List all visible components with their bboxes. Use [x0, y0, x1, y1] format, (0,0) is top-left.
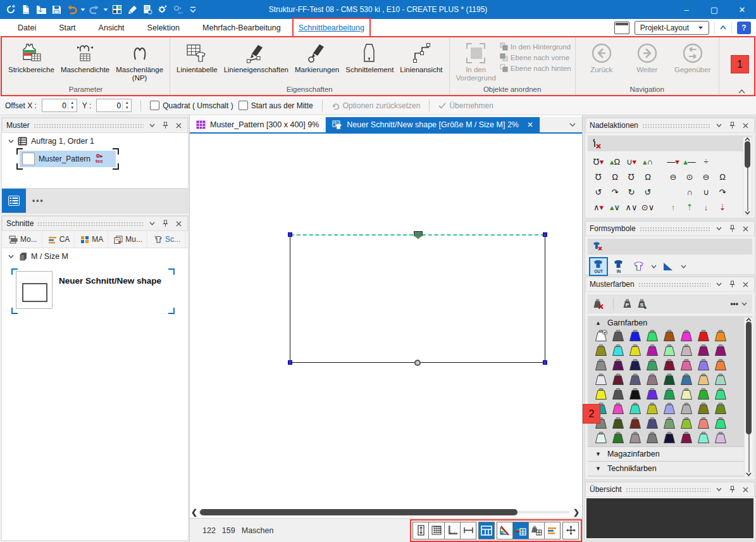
- pin-icon[interactable]: [728, 224, 737, 234]
- yarn-color-swatch[interactable]: [611, 403, 625, 415]
- pin-icon[interactable]: [728, 121, 737, 130]
- offset-y-input[interactable]: [97, 101, 122, 111]
- overview-viewport[interactable]: [586, 498, 753, 538]
- yarn-color-swatch[interactable]: [611, 344, 625, 356]
- needle-action-1-3[interactable]: ∪▾: [623, 154, 640, 169]
- menu-item-selektion[interactable]: Selektion: [136, 19, 191, 36]
- yarn-color-swatch[interactable]: [611, 330, 625, 342]
- panel-grip[interactable]: [34, 123, 144, 128]
- document-tab-1[interactable]: Muster_Pattern [300 x 400] 9%: [190, 117, 326, 132]
- ribbon-button-gegenüber[interactable]: Gegenüber: [671, 40, 715, 75]
- yarn-color-swatch[interactable]: [628, 374, 642, 386]
- yarn-color-swatch[interactable]: [628, 359, 642, 371]
- scroll-down-icon[interactable]: [745, 211, 750, 215]
- help-button[interactable]: ?: [737, 22, 751, 34]
- needle-action-4-7[interactable]: ↓: [698, 199, 714, 215]
- layout-dropdown[interactable]: Projekt-Layout: [635, 21, 709, 35]
- ribbon-button-linienansicht[interactable]: Linienansicht: [397, 40, 445, 75]
- yarn-color-swatch[interactable]: [628, 417, 642, 429]
- yarn-color-swatch[interactable]: [714, 403, 728, 415]
- yarn-color-swatch[interactable]: [611, 388, 625, 400]
- sintral-icon[interactable]: sin: [171, 3, 185, 16]
- yarn-color-swatch[interactable]: [662, 374, 676, 386]
- scrollbar-thumb[interactable]: [745, 141, 750, 168]
- needle-action-3-6[interactable]: ∩: [681, 184, 698, 199]
- yarn-color-swatch[interactable]: [594, 388, 608, 400]
- scrollbar-thumb[interactable]: [746, 322, 752, 434]
- t-dither-button[interactable]: [428, 522, 445, 539]
- needle-action-2-8[interactable]: Ω: [714, 169, 731, 184]
- needle-action-4-2[interactable]: ▴∨: [607, 199, 623, 215]
- yarn-color-swatch[interactable]: [679, 417, 693, 429]
- ribbon-button-in-den-vordergrund[interactable]: In den Vordergrund: [454, 40, 499, 84]
- yarn-color-swatch[interactable]: [645, 388, 659, 400]
- layout-window-icon[interactable]: [614, 22, 629, 34]
- delete-color-button[interactable]: [593, 299, 604, 310]
- t-cone-table-button[interactable]: [528, 522, 545, 539]
- schnitte-tab-ca[interactable]: CA: [44, 231, 75, 248]
- yarn-color-swatch[interactable]: [679, 432, 693, 444]
- pin-icon[interactable]: [728, 280, 737, 289]
- quadrat-checkbox[interactable]: [150, 101, 159, 110]
- yarn-color-swatch[interactable]: [594, 330, 608, 342]
- ribbon-expand-button[interactable]: [714, 22, 732, 34]
- ribbon-collapse-button[interactable]: [738, 89, 745, 94]
- offset-x-spin-arrows[interactable]: ▲▼: [68, 101, 77, 110]
- yarn-color-swatch[interactable]: [714, 417, 728, 429]
- cone-s-add-button[interactable]: S: [637, 299, 648, 310]
- needle-action-1-5[interactable]: —▾: [665, 154, 681, 169]
- yarn-color-swatch[interactable]: [662, 330, 676, 342]
- yarn-color-swatch[interactable]: [714, 344, 728, 356]
- shape-in-button[interactable]: IN: [610, 258, 627, 275]
- yarn-color-swatch[interactable]: [697, 344, 710, 356]
- shape-rectangle[interactable]: [290, 235, 545, 363]
- chevron-down-icon[interactable]: [714, 224, 724, 234]
- menu-item-schnittbearbeitung[interactable]: Schnittbearbeitung: [292, 18, 371, 37]
- yarn-color-swatch[interactable]: [679, 374, 693, 386]
- close-tab-icon[interactable]: ✕: [527, 120, 533, 129]
- module-explorer-icon[interactable]: [140, 3, 154, 16]
- panel-grip[interactable]: [640, 227, 710, 231]
- yarn-color-swatch[interactable]: [645, 432, 659, 444]
- needle-action-3-5[interactable]: [665, 184, 681, 199]
- panel-grip[interactable]: [638, 282, 710, 287]
- needle-grid-scrollbar[interactable]: [743, 137, 752, 215]
- yarn-color-swatch[interactable]: [697, 432, 710, 444]
- needle-action-3-1[interactable]: ↺: [590, 184, 607, 199]
- yarn-color-swatch[interactable]: [697, 374, 710, 386]
- t-measure-v-button[interactable]: [412, 522, 429, 539]
- menu-item-ansicht[interactable]: Ansicht: [87, 19, 136, 36]
- needle-action-1-6[interactable]: ▴—: [681, 154, 698, 169]
- scroll-down-icon[interactable]: [746, 472, 752, 476]
- save-icon[interactable]: [49, 3, 63, 16]
- yarn-color-swatch[interactable]: [628, 388, 642, 400]
- needle-action-2-1[interactable]: ℧: [590, 169, 607, 184]
- app-logo-icon[interactable]: [4, 3, 18, 16]
- minimize-button[interactable]: –: [672, 0, 700, 19]
- needle-action-3-7[interactable]: ∪: [698, 184, 714, 199]
- yarn-color-swatch[interactable]: [594, 359, 608, 371]
- yarn-color-swatch[interactable]: [697, 403, 710, 415]
- needle-action-4-6[interactable]: ⇡: [681, 199, 698, 215]
- draw-pencil-icon[interactable]: [125, 3, 139, 16]
- ribbon-button-in-den-hintergrund[interactable]: In den Hintergrund: [500, 42, 571, 51]
- t-triangle-off-button[interactable]: [497, 522, 513, 539]
- menu-item-datei[interactable]: Datei: [6, 19, 47, 36]
- yarn-color-swatch[interactable]: [662, 432, 676, 444]
- scrollbar-track[interactable]: [748, 434, 750, 472]
- open-file-icon[interactable]: [34, 3, 48, 16]
- needle-action-1-2[interactable]: ▴Ω: [607, 154, 623, 169]
- needle-action-current-tool[interactable]: [588, 136, 752, 151]
- chevron-down-icon[interactable]: [147, 121, 157, 130]
- offset-y-stepper[interactable]: ▲▼: [96, 99, 132, 112]
- yarn-color-swatch[interactable]: [611, 417, 625, 429]
- t-ruler-button[interactable]: [444, 522, 461, 539]
- t-layout-button[interactable]: [478, 522, 495, 539]
- pin-icon[interactable]: [728, 485, 737, 495]
- ribbon-button-ebene-nach-hinten[interactable]: Ebene nach hinten: [500, 64, 571, 72]
- close-icon[interactable]: [741, 121, 750, 130]
- t-color-table-button[interactable]: [512, 522, 529, 539]
- ribbon-button-linieneigenschaften[interactable]: Linieneigenschaften: [221, 40, 291, 75]
- schnitte-tab-ma[interactable]: MA: [76, 231, 108, 248]
- close-icon[interactable]: [741, 280, 750, 289]
